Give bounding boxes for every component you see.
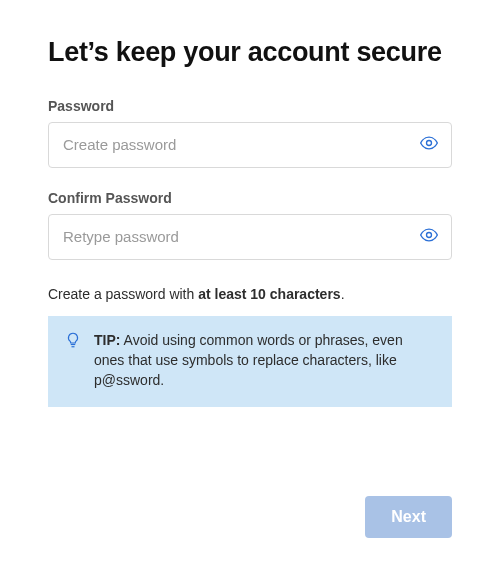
confirm-password-input-wrap: [48, 214, 452, 260]
tip-text: TIP: Avoid using common words or phrases…: [94, 330, 436, 391]
password-label: Password: [48, 98, 452, 114]
password-rule-prefix: Create a password with: [48, 286, 198, 302]
eye-icon: [419, 225, 439, 248]
confirm-password-label: Confirm Password: [48, 190, 452, 206]
confirm-password-input[interactable]: [48, 214, 452, 260]
password-section: Password: [48, 98, 452, 190]
svg-point-1: [427, 233, 432, 238]
password-input-wrap: [48, 122, 452, 168]
toggle-password-visibility-button[interactable]: [414, 130, 444, 160]
lightbulb-icon: [64, 331, 82, 349]
eye-icon: [419, 133, 439, 156]
next-button[interactable]: Next: [365, 496, 452, 538]
page-title: Let’s keep your account secure: [48, 36, 452, 70]
tip-body: Avoid using common words or phrases, eve…: [94, 332, 403, 389]
confirm-password-section: Confirm Password: [48, 190, 452, 282]
password-rule-suffix: .: [341, 286, 345, 302]
svg-point-0: [427, 141, 432, 146]
password-rule-bold: at least 10 characters: [198, 286, 340, 302]
toggle-confirm-visibility-button[interactable]: [414, 222, 444, 252]
footer: Next: [48, 466, 452, 538]
password-rule: Create a password with at least 10 chara…: [48, 286, 452, 302]
tip-box: TIP: Avoid using common words or phrases…: [48, 316, 452, 407]
password-input[interactable]: [48, 122, 452, 168]
tip-label: TIP:: [94, 332, 120, 348]
